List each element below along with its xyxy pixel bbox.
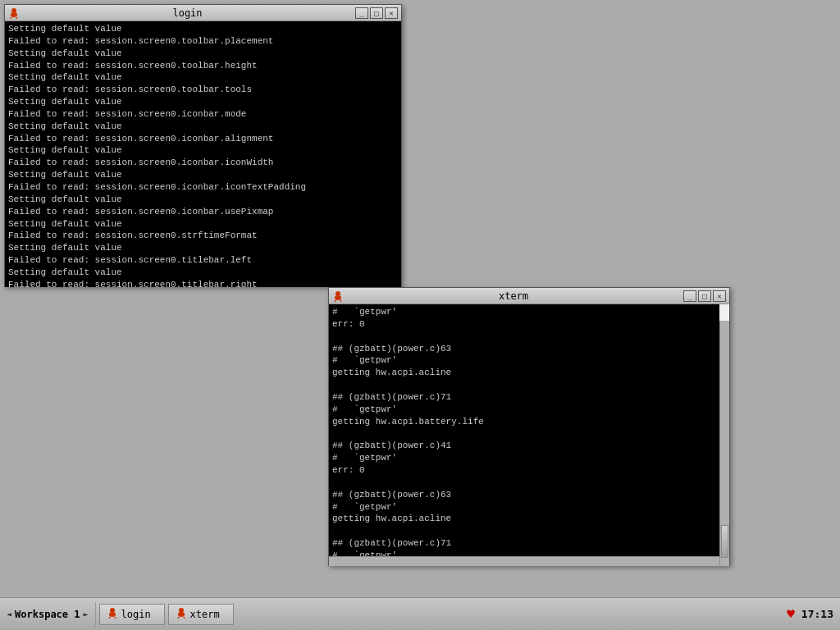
svg-line-7 [340,300,341,302]
taskbar: ◄ Workspace 1 ► login [0,597,840,630]
workspace-label: Workspace 1 [15,609,80,620]
taskbar-xterm-icon [176,607,187,621]
login-titlebar[interactable]: login _ □ ✕ [5,5,401,21]
svg-point-13 [178,612,185,617]
xterm-window-icon [332,290,344,302]
taskbar-apps: login xterm [96,602,781,627]
login-window-icon [8,7,20,19]
svg-line-11 [115,617,116,619]
heart-icon: ♥ [787,606,795,622]
svg-line-15 [184,617,185,619]
workspace-next-arrow[interactable]: ► [84,609,89,619]
taskbar-xterm-label: xterm [190,609,220,620]
xterm-horizontal-scrollbar[interactable] [329,556,719,566]
svg-line-2 [11,17,11,19]
workspace-prev-arrow[interactable]: ◄ [7,609,11,619]
login-window-title: login [20,7,355,19]
xterm-minimize-button[interactable]: _ [683,290,696,302]
svg-line-10 [109,617,110,619]
taskbar-right: ♥ 17:13 [780,606,840,622]
login-minimize-button[interactable]: _ [355,7,368,19]
login-maximize-button[interactable]: □ [370,7,383,19]
login-close-button[interactable]: ✕ [385,7,398,19]
xterm-vertical-scrollbar[interactable] [719,321,729,566]
svg-point-1 [11,12,17,17]
xterm-terminal-content: # `getpwr' err: 0 ## (gzbatt)(power.c)63… [329,304,719,556]
xterm-close-button[interactable]: ✕ [713,290,726,302]
taskbar-login-icon [107,607,118,621]
svg-line-3 [16,17,17,19]
taskbar-xterm-button[interactable]: xterm [168,604,234,625]
svg-line-14 [178,617,179,619]
taskbar-login-button[interactable]: login [99,604,165,625]
xterm-window-controls: _ □ ✕ [683,290,726,302]
taskbar-time: 17:13 [801,608,833,620]
xterm-titlebar[interactable]: xterm _ □ ✕ [329,288,729,304]
login-window-controls: _ □ ✕ [355,7,398,19]
svg-line-6 [335,300,336,302]
desktop: login _ □ ✕ Setting default value Failed… [0,0,840,597]
svg-point-9 [109,612,116,617]
xterm-window-title: xterm [344,290,683,302]
login-terminal-content: Setting default value Failed to read: se… [5,21,401,287]
xterm-window: xterm _ □ ✕ # `getpwr' err: 0 ## (gzbatt… [328,287,730,566]
svg-point-5 [335,295,341,300]
taskbar-workspace[interactable]: ◄ Workspace 1 ► [0,602,96,627]
login-window: login _ □ ✕ Setting default value Failed… [4,4,402,287]
xterm-maximize-button[interactable]: □ [698,290,711,302]
taskbar-login-label: login [121,609,151,620]
xterm-scrollbar-thumb[interactable] [721,525,728,558]
